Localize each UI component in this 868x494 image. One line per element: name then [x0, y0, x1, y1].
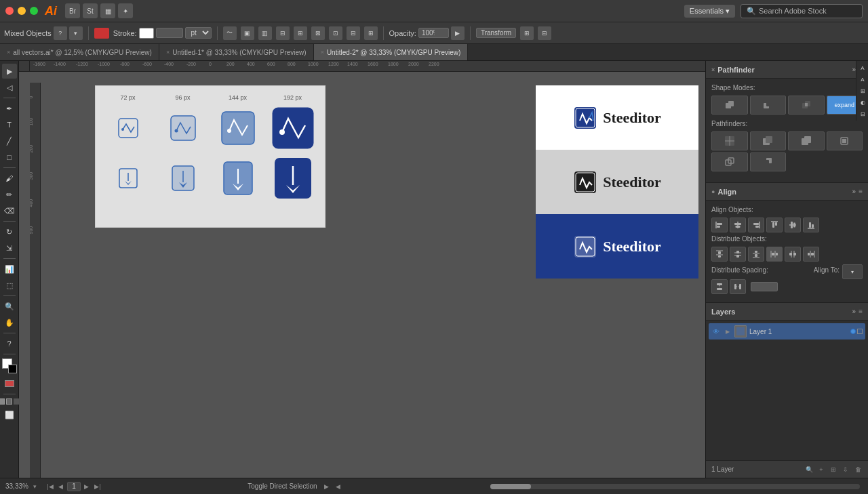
object-type-help[interactable]: ? [54, 26, 67, 40]
stroke-cap-btn[interactable]: ⊟ [276, 26, 290, 40]
align-header[interactable]: ● Align » ≡ [706, 183, 868, 201]
align-top-btn[interactable] [766, 218, 783, 232]
zoom-tool[interactable]: 🔍 [2, 299, 17, 314]
stroke-miter-btn[interactable]: ⊠ [311, 26, 325, 40]
fill-color-swatch[interactable] [94, 28, 109, 39]
stock-icon[interactable]: St [83, 3, 98, 18]
stroke-unit-select[interactable]: pt [185, 27, 212, 39]
horizontal-scroll[interactable] [488, 484, 863, 489]
layers-collapse-icon[interactable]: » [852, 308, 856, 315]
align-to-dropdown[interactable]: ▾ [842, 264, 863, 279]
crop-btn[interactable] [827, 131, 863, 150]
tab-close-2[interactable]: × [321, 49, 324, 56]
canvas-area[interactable]: -1600 -1400 -1200 -1000 -800 -600 -400 -… [19, 61, 705, 478]
right-icon-3[interactable]: ⊞ [858, 86, 867, 96]
dist-bottom-btn[interactable] [748, 247, 764, 262]
stroke-align-btn[interactable]: ▣ [241, 26, 254, 40]
scroll-track[interactable] [490, 484, 860, 489]
essentials-button[interactable]: Essentials ▾ [684, 5, 735, 18]
change-screen-mode[interactable]: ⬜ [2, 407, 17, 422]
normal-mode[interactable] [0, 398, 5, 405]
minus-back-btn[interactable] [750, 152, 787, 171]
line-tool[interactable]: ╱ [2, 133, 17, 148]
trim-btn[interactable] [750, 131, 787, 150]
merge-btn[interactable] [788, 131, 825, 150]
stroke-value-input[interactable] [156, 28, 183, 38]
space-v-btn[interactable] [711, 279, 728, 294]
variable-width-btn[interactable]: 〜 [223, 26, 237, 40]
align-menu-icon[interactable]: ≡ [859, 188, 863, 195]
space-h-btn[interactable] [730, 279, 746, 294]
unite-btn[interactable] [711, 96, 748, 115]
layers-header[interactable]: Layers » ≡ [706, 303, 868, 321]
align-center-h-btn[interactable] [730, 218, 746, 232]
dist-center-v-btn[interactable] [730, 247, 746, 262]
layer-lock-icon[interactable] [857, 329, 863, 334]
dist-top-btn[interactable] [711, 247, 728, 262]
rotate-tool[interactable]: ↻ [2, 224, 17, 239]
graph-tool[interactable]: 📊 [2, 262, 17, 276]
stroke-join-btn[interactable]: ⊞ [294, 26, 307, 40]
pen-tool[interactable]: ✒ [2, 101, 17, 116]
tab-0[interactable]: × all vectors.ai* @ 12,5% (CMYK/GPU Prev… [0, 44, 159, 60]
paintbrush-tool[interactable]: 🖌 [2, 171, 17, 186]
grid-icon[interactable]: ▦ [100, 3, 115, 18]
select-tool[interactable]: ▶ [2, 64, 17, 79]
align-center-v-btn[interactable] [785, 218, 801, 232]
minus-front-btn[interactable] [750, 96, 787, 115]
add-layer-btn[interactable]: + [816, 465, 826, 474]
stroke-color-swatch[interactable] [139, 28, 154, 39]
fill-stroke-toggle[interactable] [2, 376, 17, 391]
close-button[interactable] [5, 7, 14, 15]
spacing-input[interactable] [751, 282, 778, 291]
scale-tool[interactable]: ⇲ [2, 241, 17, 255]
tab-2[interactable]: × Untitled-2* @ 33,33% (CMYK/GPU Preview… [314, 44, 469, 60]
zoom-dropdown-btn[interactable]: ▾ [31, 482, 40, 491]
stroke-arrow2-btn[interactable]: ⊞ [364, 26, 378, 40]
divide-btn[interactable] [711, 131, 748, 150]
dist-right-btn[interactable] [803, 247, 819, 262]
dist-left-btn[interactable] [766, 247, 783, 262]
more-btn[interactable]: ⊟ [538, 26, 551, 40]
eraser-tool[interactable]: ⌫ [2, 203, 17, 218]
type-tool[interactable]: T [2, 117, 17, 132]
object-type-dropdown[interactable]: ▾ [69, 26, 83, 40]
help-btn[interactable]: ? [2, 336, 17, 351]
layers-content[interactable]: 👁 ▶ Layer 1 [706, 321, 868, 460]
layer-visibility-icon[interactable]: 👁 [711, 327, 721, 336]
next-page-btn[interactable]: ▶ [82, 482, 92, 491]
align-right-btn[interactable] [748, 218, 764, 232]
transform-button[interactable]: Transform [476, 28, 516, 38]
layer-expand-icon[interactable]: ▶ [724, 327, 732, 335]
color-swatches[interactable] [2, 358, 17, 373]
direct-select-tool[interactable]: ◁ [2, 80, 17, 95]
opacity-more-btn[interactable]: ▶ [451, 26, 465, 40]
kuler-icon[interactable]: ✦ [118, 3, 133, 18]
hand-tool[interactable]: ✋ [2, 315, 17, 330]
fill-color[interactable] [94, 28, 109, 39]
tab-1[interactable]: × Untitled-1* @ 33,33% (CMYK/GPU Preview… [159, 44, 314, 60]
bridge-icon[interactable]: Br [65, 3, 80, 18]
last-page-btn[interactable]: ▶| [93, 482, 102, 491]
pencil-tool[interactable]: ✏ [2, 187, 17, 202]
search-layer-btn[interactable]: 🔍 [804, 465, 814, 474]
align-collapse-icon[interactable]: » [852, 188, 856, 195]
layer-1-item[interactable]: 👁 ▶ Layer 1 [709, 323, 865, 339]
artwork-area[interactable]: 72 px 96 px 144 px 192 px [41, 72, 705, 478]
delete-layer-btn[interactable]: 🗑 [853, 465, 863, 474]
maximize-button[interactable] [30, 7, 38, 15]
status-back-btn[interactable]: ◀ [333, 482, 342, 491]
tab-close-1[interactable]: × [166, 49, 170, 56]
status-dropdown-btn[interactable]: ▶ [321, 482, 331, 491]
move-to-layer-btn[interactable]: ⇩ [841, 465, 850, 474]
intersect-btn[interactable] [788, 96, 825, 115]
artboard-tool[interactable]: ⬚ [2, 278, 17, 293]
tab-close-0[interactable]: × [7, 49, 10, 56]
right-icon-4[interactable]: ◐ [858, 98, 867, 107]
prev-page-btn[interactable]: ◀ [56, 482, 66, 491]
right-icon-1[interactable]: A [858, 63, 867, 73]
minimize-button[interactable] [18, 7, 26, 15]
scroll-thumb[interactable] [490, 484, 531, 489]
first-page-btn[interactable]: |◀ [45, 482, 55, 491]
dist-center-h-btn[interactable] [785, 247, 801, 262]
